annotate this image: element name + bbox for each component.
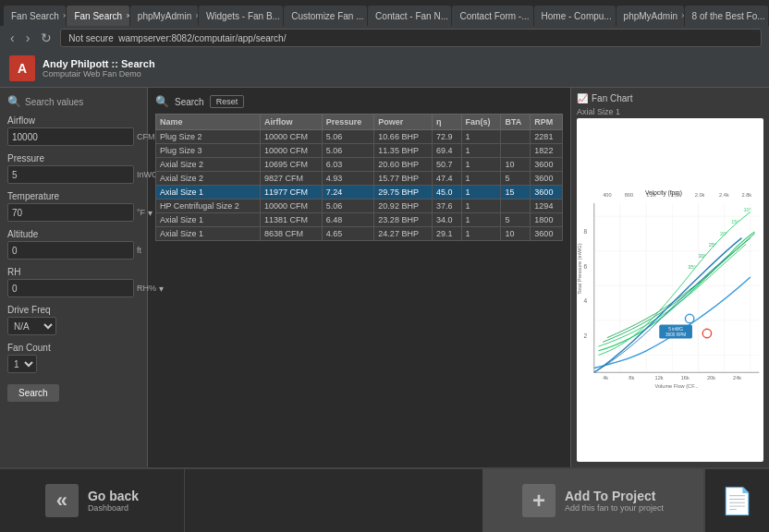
svg-text:10°: 10° bbox=[743, 207, 751, 212]
search-button[interactable]: Search bbox=[7, 384, 59, 402]
svg-text:2.8k: 2.8k bbox=[742, 192, 752, 198]
svg-text:Total Pressure (inWG): Total Pressure (inWG) bbox=[577, 243, 582, 294]
col-rpm: RPM bbox=[531, 115, 563, 130]
pressure-input[interactable] bbox=[7, 165, 134, 184]
svg-text:20k: 20k bbox=[707, 375, 715, 381]
url-input[interactable] bbox=[60, 29, 762, 47]
add-label: Add To Project bbox=[565, 489, 664, 503]
document-icon: 📄 bbox=[721, 486, 753, 516]
app-title: Andy Philpott :: Search bbox=[43, 58, 155, 69]
temperature-unit: °F bbox=[137, 208, 145, 217]
drive-freq-group: Drive Freq N/A 50 Hz 60 Hz bbox=[7, 305, 140, 335]
chart-subtitle: Axial Size 1 bbox=[577, 107, 763, 116]
airflow-group: Airflow CFM ▾ bbox=[7, 115, 140, 146]
tab-close-3[interactable]: × bbox=[195, 11, 198, 20]
tab-close-2[interactable]: × bbox=[126, 11, 129, 20]
tab-2[interactable]: Fan Search × bbox=[67, 6, 128, 26]
col-power: Power bbox=[374, 115, 433, 130]
svg-text:2: 2 bbox=[584, 332, 588, 339]
results-search-icon: 🔍 bbox=[155, 95, 169, 108]
app-header: A Andy Philpott :: Search Computair Web … bbox=[0, 50, 769, 88]
bottom-spacer bbox=[185, 469, 482, 532]
tab-9[interactable]: phpMyAdmin × bbox=[616, 6, 684, 26]
svg-text:Velocity (fpm): Velocity (fpm) bbox=[645, 189, 682, 197]
altitude-group: Altitude ft bbox=[7, 229, 140, 260]
table-row[interactable]: Axial Size 111381 CFM6.4823.28 BHP34.015… bbox=[156, 213, 563, 227]
back-button-text: Go back Dashboard bbox=[88, 489, 139, 513]
tab-8[interactable]: Home - Compu... × bbox=[534, 6, 616, 26]
svg-text:12k: 12k bbox=[655, 375, 664, 381]
tab-4[interactable]: Widgets - Fan B... × bbox=[199, 6, 283, 26]
altitude-label: Altitude bbox=[7, 229, 140, 239]
tab-close-1[interactable]: × bbox=[63, 11, 67, 20]
airflow-input[interactable] bbox=[7, 127, 134, 146]
table-row[interactable]: Plug Size 310000 CFM5.0611.35 BHP69.4118… bbox=[156, 144, 563, 158]
back-label: Go back bbox=[88, 489, 139, 503]
results-table-container[interactable]: Name Airflow Pressure Power η Fan(s) BTA… bbox=[155, 114, 563, 460]
table-row[interactable]: Axial Size 18638 CFM4.6524.27 BHP29.1110… bbox=[156, 227, 563, 241]
temperature-input[interactable] bbox=[7, 203, 134, 222]
table-row[interactable]: Axial Size 29827 CFM4.9315.77 BHP47.4153… bbox=[156, 172, 563, 186]
back-arrow-icon: « bbox=[45, 484, 79, 517]
drive-freq-label: Drive Freq bbox=[7, 305, 140, 315]
chart-line-icon: 📈 bbox=[577, 93, 588, 103]
go-back-button[interactable]: « Go back Dashboard bbox=[0, 469, 185, 532]
browser-chrome: Fan Search × Fan Search × phpMyAdmin × W… bbox=[0, 0, 769, 50]
sidebar-title: 🔍 Search values bbox=[7, 95, 140, 108]
results-title: Search bbox=[175, 97, 204, 107]
svg-text:400: 400 bbox=[603, 192, 611, 198]
table-row[interactable]: Axial Size 111977 CFM7.2429.75 BHP45.011… bbox=[156, 186, 563, 200]
svg-text:2.4k: 2.4k bbox=[719, 192, 729, 198]
svg-text:16k: 16k bbox=[681, 375, 690, 381]
col-eta: η bbox=[432, 115, 461, 130]
fan-count-select[interactable]: 1 2 3 bbox=[7, 355, 37, 373]
fan-count-label: Fan Count bbox=[7, 343, 140, 353]
tab-close-9[interactable]: × bbox=[681, 11, 684, 20]
forward-nav-button[interactable]: › bbox=[23, 30, 33, 45]
add-to-project-button[interactable]: + Add To Project Add this fan to your pr… bbox=[482, 469, 704, 532]
app-logo: A bbox=[9, 55, 35, 81]
reset-button[interactable]: Reset bbox=[210, 95, 245, 108]
tab-bar: Fan Search × Fan Search × phpMyAdmin × W… bbox=[0, 0, 769, 26]
results-panel: 🔍 Search Reset Name Airflow Pressure Pow… bbox=[148, 88, 570, 467]
refresh-button[interactable]: ↻ bbox=[38, 30, 55, 45]
altitude-input[interactable] bbox=[7, 241, 134, 260]
tab-3[interactable]: phpMyAdmin × bbox=[130, 6, 198, 26]
app-container: A Andy Philpott :: Search Computair Web … bbox=[0, 50, 769, 532]
back-nav-button[interactable]: ‹ bbox=[7, 30, 18, 45]
add-sublabel: Add this fan to your project bbox=[565, 503, 664, 513]
document-button[interactable]: 📄 bbox=[704, 469, 769, 532]
chart-svg: 400 800 1.2k 1.6k 2.0k 2.4k 2.8k Velocit… bbox=[577, 118, 763, 462]
address-bar: ‹ › ↻ bbox=[0, 26, 769, 50]
altitude-unit: ft bbox=[137, 246, 141, 255]
svg-text:20°: 20° bbox=[720, 231, 728, 236]
tab-6[interactable]: Contact - Fan N... × bbox=[368, 6, 451, 26]
tab-1[interactable]: Fan Search × bbox=[4, 6, 66, 26]
tab-10[interactable]: 8 of the Best Fo... × bbox=[685, 6, 768, 26]
chart-panel: 📈 Fan Chart Axial Size 1 400 800 1.2k 1.… bbox=[570, 88, 769, 467]
tab-7[interactable]: Contact Form -... × bbox=[452, 6, 532, 26]
pressure-group: Pressure InWG ÷ bbox=[7, 153, 140, 184]
col-pressure: Pressure bbox=[322, 115, 374, 130]
app-title-block: Andy Philpott :: Search Computair Web Fa… bbox=[43, 58, 155, 79]
tab-5[interactable]: Customize Fan ... × bbox=[284, 6, 367, 26]
col-fans: Fan(s) bbox=[461, 115, 501, 130]
airflow-label: Airflow bbox=[7, 115, 140, 126]
app-subtitle: Computair Web Fan Demo bbox=[43, 69, 155, 79]
rh-group: RH RH% ▾ bbox=[7, 267, 140, 297]
table-row[interactable]: Plug Size 210000 CFM5.0610.66 BHP72.9122… bbox=[156, 130, 563, 144]
back-sublabel: Dashboard bbox=[88, 503, 139, 513]
add-button-text: Add To Project Add this fan to your proj… bbox=[565, 489, 664, 513]
svg-text:2.0k: 2.0k bbox=[695, 192, 705, 198]
svg-text:24k: 24k bbox=[733, 375, 741, 381]
svg-text:3600 RPM: 3600 RPM bbox=[665, 332, 686, 337]
table-row[interactable]: HP Centrifugal Size 210000 CFM5.0620.92 … bbox=[156, 200, 563, 213]
chart-title: 📈 Fan Chart bbox=[577, 93, 763, 103]
svg-text:35°: 35° bbox=[688, 264, 696, 270]
drive-freq-select[interactable]: N/A 50 Hz 60 Hz bbox=[7, 317, 56, 335]
table-row[interactable]: Axial Size 210695 CFM6.0320.60 BHP50.711… bbox=[156, 158, 563, 172]
temperature-label: Temperature bbox=[7, 191, 140, 201]
sidebar: 🔍 Search values Airflow CFM ▾ Pressure I… bbox=[0, 88, 148, 467]
rh-label: RH bbox=[7, 267, 140, 277]
rh-input[interactable] bbox=[7, 279, 134, 297]
